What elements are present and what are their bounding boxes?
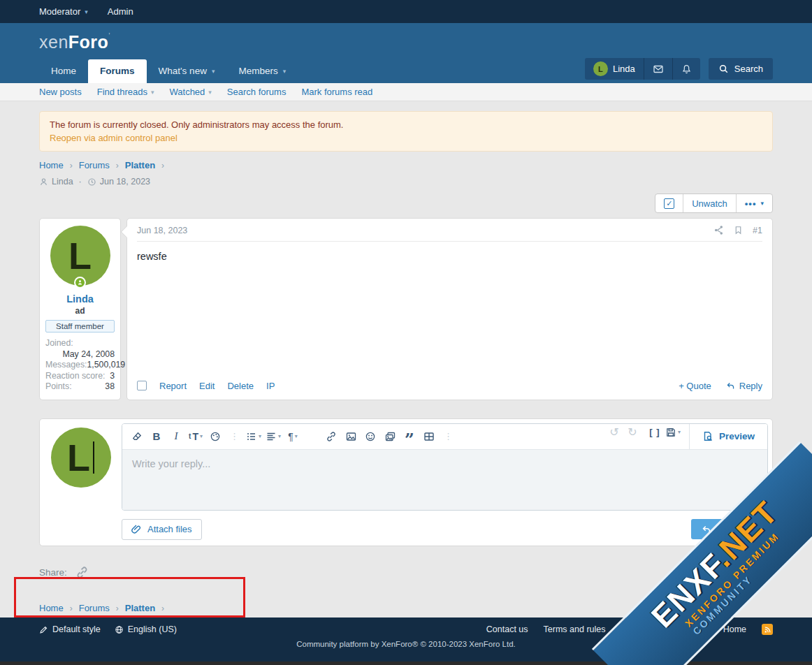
inbox-button[interactable] (644, 58, 673, 80)
align-icon[interactable]: ▾ (264, 428, 282, 445)
chevron-down-icon: ▾ (283, 59, 287, 83)
site-header: xenForo’ Home Forums What's new▾ Members… (0, 23, 812, 83)
paragraph-format-icon[interactable]: ¶▾ (284, 428, 302, 445)
bookmark-icon[interactable] (734, 225, 743, 235)
contact-us-link[interactable]: Contact us (486, 624, 528, 634)
chevron-down-icon: ▾ (85, 8, 88, 15)
toolbar-separator: ⋮ (303, 431, 321, 441)
redo-icon[interactable]: ↻ (623, 424, 641, 441)
rss-icon[interactable] (762, 624, 773, 635)
post-author-title: ad (75, 306, 85, 316)
breadcrumb-separator: › (70, 604, 73, 613)
tab-whats-new[interactable]: What's new▾ (147, 59, 227, 83)
edit-link[interactable]: Edit (199, 381, 215, 391)
breadcrumb-forums[interactable]: Forums (79, 603, 110, 613)
bell-icon (681, 64, 692, 75)
text-size-icon[interactable]: tT▾ (187, 428, 205, 445)
post-number-link[interactable]: #1 (753, 226, 762, 235)
delete-link[interactable]: Delete (227, 381, 254, 391)
quote-icon[interactable]: ” (400, 428, 419, 445)
post-body-text: rewsfe (137, 251, 762, 262)
thread-author[interactable]: Linda (52, 177, 73, 187)
breadcrumb-forums[interactable]: Forums (79, 160, 110, 170)
unwatch-button[interactable]: Unwatch (683, 194, 737, 212)
bbcode-icon[interactable]: [ ] (646, 424, 664, 441)
attach-files-button[interactable]: Attach files (122, 519, 202, 540)
text-color-icon[interactable] (206, 428, 224, 445)
more-options-button[interactable]: ••• ▾ (737, 194, 772, 212)
report-link[interactable]: Report (159, 381, 187, 391)
breadcrumb-separator: › (116, 161, 119, 170)
bottom-breadcrumb: Home › Forums › Platten › (39, 603, 164, 613)
reopen-admin-link[interactable]: Reopen via admin control panel (50, 131, 762, 145)
select-post-checkbox[interactable] (137, 381, 147, 390)
tab-home[interactable]: Home (39, 59, 88, 83)
breadcrumb-home[interactable]: Home (39, 603, 64, 613)
reply-placeholder: Write your reply... (132, 458, 757, 469)
terms-rules-link[interactable]: Terms and rules (544, 624, 606, 634)
ellipsis-icon: ••• (745, 198, 757, 209)
alerts-button[interactable] (673, 58, 700, 80)
select-thread-checkbox[interactable]: ✓ (655, 194, 683, 212)
post-1: L Linda ad Staff member Joined: May 24, … (39, 218, 773, 400)
table-icon[interactable] (420, 428, 438, 445)
post-author-name[interactable]: Linda (66, 293, 94, 305)
search-button[interactable]: Search (709, 58, 773, 80)
breadcrumb-platten[interactable]: Platten (125, 160, 155, 170)
subnav-new-posts[interactable]: New posts (39, 87, 82, 97)
drafts-icon[interactable]: ▾ (664, 424, 682, 441)
preview-button[interactable]: Preview (689, 424, 767, 449)
account-menu[interactable]: L Linda (585, 58, 644, 80)
ip-link[interactable]: IP (266, 381, 275, 391)
notice-message: The forum is currently closed. Only admi… (50, 118, 762, 131)
list-icon[interactable]: ▾ (245, 428, 263, 445)
media-icon[interactable] (381, 428, 399, 445)
bold-icon[interactable]: B (147, 428, 166, 445)
image-icon[interactable] (342, 428, 360, 445)
reply-arrow-icon (725, 381, 736, 390)
breadcrumb-home[interactable]: Home (39, 160, 64, 170)
main-nav: Home Forums What's new▾ Members▾ (39, 59, 298, 83)
user-stats: Joined: May 24, 2008 Messages:1,500,019 … (45, 338, 115, 393)
quote-button[interactable]: + Quote (679, 381, 711, 391)
breadcrumb-separator: › (116, 604, 119, 613)
language-chooser[interactable]: English (US) (115, 624, 177, 634)
link-icon[interactable] (75, 566, 89, 579)
admin-link[interactable]: Admin (108, 6, 133, 17)
preview-icon (702, 431, 713, 442)
forum-closed-notice: The forum is currently closed. Only admi… (39, 111, 773, 152)
thread-date[interactable]: Jun 18, 2023 (100, 177, 150, 187)
post-notch (121, 226, 133, 238)
home-link[interactable]: Home (723, 624, 746, 634)
smiley-icon[interactable] (361, 428, 379, 445)
subnav-watched[interactable]: Watched▾ (170, 87, 212, 97)
avatar[interactable]: L (51, 428, 111, 488)
subnav-search-forums[interactable]: Search forums (227, 87, 287, 97)
breadcrumb-separator: › (70, 161, 73, 170)
tab-members[interactable]: Members▾ (226, 59, 298, 83)
breadcrumb-platten[interactable]: Platten (125, 603, 155, 613)
checkbox-checked-icon: ✓ (664, 198, 674, 209)
undo-icon[interactable]: ↺ (605, 424, 623, 441)
share-icon[interactable] (713, 225, 724, 235)
chevron-down-icon: ▾ (760, 200, 764, 207)
editor-toolbar: B I tT▾ ⋮ ▾ ▾ (122, 424, 767, 450)
paperclip-icon (131, 524, 142, 535)
remove-format-icon[interactable] (128, 428, 146, 445)
xenforo-logo[interactable]: xenForo’ (39, 32, 110, 52)
tab-forums[interactable]: Forums (88, 59, 147, 83)
italic-icon[interactable]: I (167, 428, 185, 445)
moderator-menu[interactable]: Moderator ▾ (39, 6, 88, 17)
style-chooser[interactable]: Default style (39, 624, 101, 634)
post-date-link[interactable]: Jun 18, 2023 (137, 226, 187, 235)
admin-bar: Moderator ▾ Admin (0, 0, 812, 23)
chevron-down-icon: ▾ (208, 89, 212, 96)
reply-textarea[interactable]: Write your reply... (122, 450, 767, 510)
subnav-find-threads[interactable]: Find threads▾ (97, 87, 154, 97)
reply-button[interactable]: Reply (725, 381, 762, 391)
link-icon[interactable] (322, 428, 340, 445)
subnav-mark-forums-read[interactable]: Mark forums read (301, 87, 372, 97)
staff-member-badge: Staff member (45, 320, 115, 332)
post-user-panel: L Linda ad Staff member Joined: May 24, … (39, 218, 121, 400)
post-content: Jun 18, 2023 #1 rewsfe Report Edit Delet… (126, 218, 773, 400)
